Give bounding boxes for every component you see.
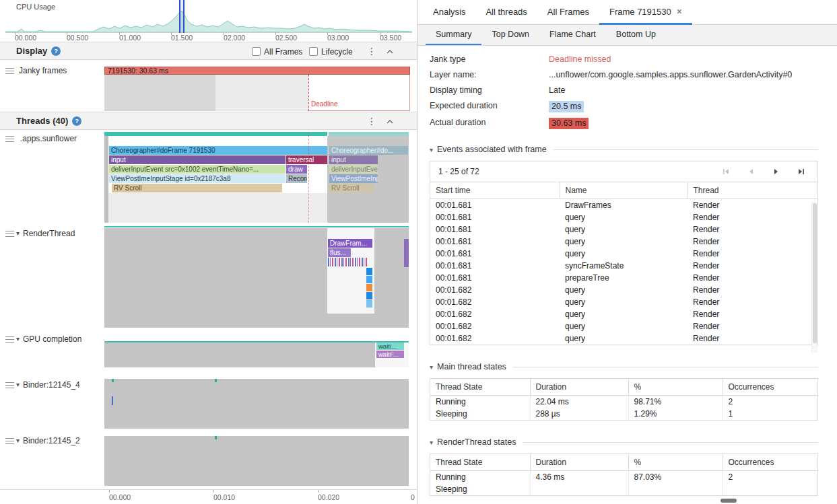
table-row[interactable]: 00:01.682queryRender	[430, 320, 817, 332]
expand-triangle-icon[interactable]: ▾	[16, 437, 20, 444]
thread-label-gpu[interactable]: GPU completion	[23, 334, 81, 344]
trace-event-deliverinput-dim[interactable]: deliverInputEven...	[329, 165, 378, 174]
table-row[interactable]: 00:01.682queryRender	[430, 284, 817, 296]
table-row[interactable]: 00:01.681DrawFramesRender	[430, 199, 817, 212]
trace-event-tick[interactable]	[215, 436, 217, 439]
trace-event-record[interactable]: Record ...	[286, 174, 307, 183]
horizontal-scrollbar-thumb[interactable]	[721, 499, 737, 503]
trace-event-small[interactable]	[366, 284, 372, 291]
events-scrollbar[interactable]	[811, 202, 817, 353]
column-header[interactable]: Duration	[530, 454, 628, 471]
subtab-bottom-up[interactable]: Bottom Up	[606, 25, 666, 45]
table-row[interactable]: 00:01.682queryRender	[430, 332, 817, 345]
subtab-summary[interactable]: Summary	[426, 25, 481, 45]
drag-handle-icon[interactable]	[5, 382, 14, 388]
main-thread-states-section-header[interactable]: ▾ Main thread states	[430, 361, 818, 372]
selection-start-handle[interactable]	[179, 0, 180, 33]
thread-label-binder4[interactable]: Binder:12145_4	[23, 380, 80, 390]
trace-event-viewpostime[interactable]: ViewPostImeInputStage id=0x2187c3a8	[109, 174, 286, 183]
expand-triangle-icon[interactable]: ▾	[16, 229, 20, 237]
trace-event-waiting[interactable]: waiti...	[376, 343, 404, 350]
kebab-menu-icon[interactable]: ⋮	[367, 116, 376, 126]
last-page-icon[interactable]	[797, 168, 805, 176]
trace-event-traversal[interactable]: traversal	[286, 155, 327, 164]
lifecycle-checkbox[interactable]	[309, 47, 318, 56]
trace-event-waitfence[interactable]: waitF...	[376, 351, 404, 358]
column-header[interactable]: Occurrences	[723, 454, 817, 471]
table-row[interactable]: 00:01.681prepareTreeRender	[430, 272, 817, 284]
all-frames-label[interactable]: All Frames	[264, 47, 302, 57]
close-icon[interactable]: ×	[677, 6, 682, 17]
trace-event-choreographer-dim[interactable]: Choreographer#do...	[329, 146, 408, 155]
drag-handle-icon[interactable]	[5, 231, 14, 237]
trace-event-flush[interactable]: flus...	[328, 248, 351, 257]
table-row[interactable]: 00:01.682queryRender	[430, 296, 817, 308]
trace-event-choreographer[interactable]: Choreographer#doFrame 7191530	[109, 146, 327, 155]
janky-frame-bar[interactable]: 7191530: 30.63 ms	[104, 67, 410, 75]
trace-event-tick[interactable]	[215, 379, 217, 382]
tab-all-threads[interactable]: All threads	[475, 0, 537, 25]
collapse-triangle-icon[interactable]: ▾	[430, 146, 433, 153]
subtab-top-down[interactable]: Top Down	[481, 25, 539, 45]
table-row[interactable]: 00:01.681queryRender	[430, 248, 817, 260]
next-page-icon[interactable]	[772, 168, 780, 176]
table-row[interactable]: 00:01.682queryRender	[430, 308, 817, 320]
trace-event-tick[interactable]	[112, 396, 113, 405]
table-row[interactable]: Sleeping	[430, 483, 817, 495]
trace-event-drawframes[interactable]: DrawFram...	[328, 239, 372, 248]
thread-label-renderthread[interactable]: RenderThread	[23, 229, 75, 238]
thread-label-binder2[interactable]: Binder:12145_2	[23, 436, 80, 445]
trace-event-input[interactable]: input	[109, 155, 286, 164]
column-header[interactable]: Thread State	[430, 454, 530, 471]
trace-event-tick[interactable]	[112, 379, 114, 382]
trace-event-small[interactable]	[366, 292, 372, 299]
table-row[interactable]: 00:01.681queryRender	[430, 236, 817, 248]
expand-triangle-icon[interactable]: ▾	[16, 381, 20, 388]
collapse-chevron-icon[interactable]	[386, 49, 394, 55]
subtab-flame-chart[interactable]: Flame Chart	[539, 25, 606, 45]
column-header[interactable]: %	[628, 379, 723, 396]
table-row[interactable]: Sleeping288 µs1.29%1	[430, 408, 817, 420]
thread-label-sunflower[interactable]: .apps.sunflower	[20, 134, 77, 143]
trace-event-deliverinput[interactable]: deliverInputEvent src=0x1002 eventTimeNa…	[109, 165, 286, 174]
collapse-chevron-icon[interactable]	[386, 119, 394, 124]
lifecycle-label[interactable]: Lifecycle	[321, 47, 353, 57]
events-section-header[interactable]: ▾ Events associated with frame	[430, 144, 818, 155]
tab-all-frames[interactable]: All Frames	[537, 0, 599, 25]
first-page-icon[interactable]	[722, 168, 731, 176]
renderthread-states-section-header[interactable]: ▾ RenderThread states	[430, 437, 818, 447]
help-icon[interactable]: ?	[51, 46, 61, 56]
trace-event-edge-sliver[interactable]	[404, 239, 409, 267]
table-row[interactable]: Running22.04 ms98.71%2	[430, 396, 817, 408]
trace-event-small[interactable]	[366, 276, 372, 283]
table-row[interactable]: 00:01.681queryRender	[430, 211, 817, 223]
column-header[interactable]: Start time	[430, 182, 560, 199]
table-row[interactable]: 00:01.681syncFrameStateRender	[430, 260, 817, 272]
column-header[interactable]: Thread State	[430, 379, 530, 396]
trace-event-small[interactable]	[366, 268, 372, 275]
tab-analysis[interactable]: Analysis	[423, 0, 475, 25]
trace-event-input-dim[interactable]: input	[329, 155, 378, 164]
table-row[interactable]: Running4.36 ms87.03%2	[430, 471, 817, 484]
cpu-usage-strip[interactable]: CPU Usage 00.000 00.500 01.000 01.500 02…	[0, 0, 417, 42]
column-header[interactable]: %	[628, 454, 723, 471]
previous-page-icon[interactable]	[747, 168, 756, 176]
drag-handle-icon[interactable]	[5, 438, 14, 444]
trace-event-viewpostime-dim[interactable]: ViewPostImeInp...	[329, 174, 378, 183]
help-icon[interactable]: ?	[72, 116, 81, 126]
collapse-triangle-icon[interactable]: ▾	[430, 363, 433, 371]
expand-triangle-icon[interactable]: ▾	[16, 335, 20, 343]
trace-event-cluster[interactable]	[328, 258, 367, 266]
trace-event-draw[interactable]: draw	[286, 165, 307, 174]
trace-event-rvscroll[interactable]: RV Scroll	[112, 184, 282, 192]
drag-handle-icon[interactable]	[5, 136, 14, 142]
kebab-menu-icon[interactable]: ⋮	[367, 46, 376, 56]
collapse-triangle-icon[interactable]: ▾	[430, 439, 433, 446]
column-header[interactable]: Thread	[688, 182, 817, 199]
trace-event-small[interactable]	[366, 300, 372, 308]
table-row[interactable]: 00:01.681queryRender	[430, 223, 817, 236]
column-header[interactable]: Name	[560, 182, 688, 199]
drag-handle-icon[interactable]	[5, 68, 14, 74]
all-frames-checkbox[interactable]	[252, 47, 261, 56]
column-header[interactable]: Duration	[530, 379, 628, 396]
